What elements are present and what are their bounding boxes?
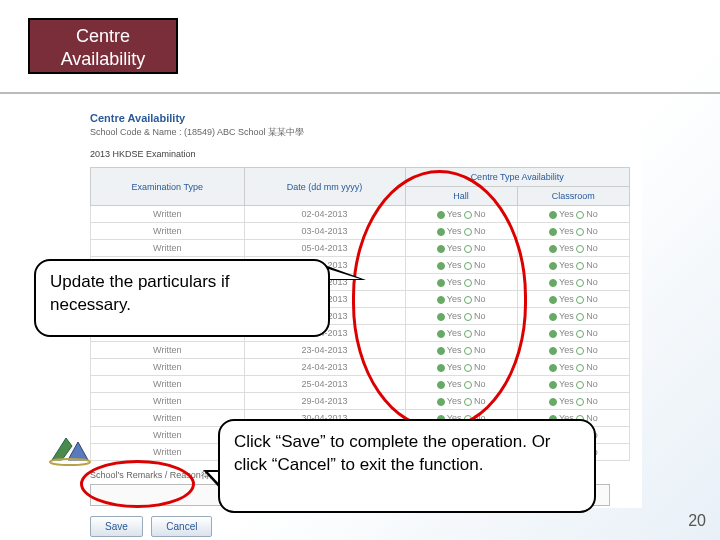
radio-no-icon[interactable] xyxy=(464,279,472,287)
cell-classroom[interactable]: Yes No xyxy=(517,393,629,410)
radio-no-icon[interactable] xyxy=(576,364,584,372)
table-row: Written05-04-2013Yes NoYes No xyxy=(91,240,630,257)
radio-no-icon[interactable] xyxy=(464,330,472,338)
cell-classroom[interactable]: Yes No xyxy=(517,359,629,376)
cell-hall[interactable]: Yes No xyxy=(405,359,517,376)
radio-no-icon[interactable] xyxy=(464,296,472,304)
cell-date: 23-04-2013 xyxy=(244,342,405,359)
radio-no-icon[interactable] xyxy=(464,398,472,406)
radio-no-icon[interactable] xyxy=(576,381,584,389)
radio-no-icon[interactable] xyxy=(576,245,584,253)
radio-no-icon[interactable] xyxy=(576,398,584,406)
cell-classroom[interactable]: Yes No xyxy=(517,308,629,325)
radio-yes-icon[interactable] xyxy=(437,279,445,287)
cell-hall[interactable]: Yes No xyxy=(405,291,517,308)
radio-no-icon[interactable] xyxy=(464,347,472,355)
cell-classroom[interactable]: Yes No xyxy=(517,325,629,342)
cell-classroom[interactable]: Yes No xyxy=(517,223,629,240)
callout-update-text: Update the particulars if necessary. xyxy=(50,272,230,314)
school-info: School Code & Name : (18549) ABC School … xyxy=(90,126,642,139)
ea-logo xyxy=(48,432,92,466)
radio-no-icon[interactable] xyxy=(464,313,472,321)
radio-yes-icon[interactable] xyxy=(437,245,445,253)
col-hall: Hall xyxy=(405,187,517,206)
radio-no-icon[interactable] xyxy=(576,296,584,304)
radio-no-icon[interactable] xyxy=(464,364,472,372)
cell-classroom[interactable]: Yes No xyxy=(517,291,629,308)
slide-title: Centre Availability xyxy=(61,26,146,69)
radio-yes-icon[interactable] xyxy=(549,347,557,355)
cell-classroom[interactable]: Yes No xyxy=(517,240,629,257)
radio-yes-icon[interactable] xyxy=(437,313,445,321)
col-classroom: Classroom xyxy=(517,187,629,206)
cell-classroom[interactable]: Yes No xyxy=(517,206,629,223)
table-row: Written23-04-2013Yes NoYes No xyxy=(91,342,630,359)
radio-yes-icon[interactable] xyxy=(437,330,445,338)
cell-hall[interactable]: Yes No xyxy=(405,223,517,240)
col-group: Centre Type Availability xyxy=(405,168,630,187)
radio-no-icon[interactable] xyxy=(576,330,584,338)
cell-classroom[interactable]: Yes No xyxy=(517,257,629,274)
slide-title-box: Centre Availability xyxy=(28,18,178,74)
radio-yes-icon[interactable] xyxy=(437,347,445,355)
cell-hall[interactable]: Yes No xyxy=(405,240,517,257)
cell-hall[interactable]: Yes No xyxy=(405,376,517,393)
callout-save: Click “Save” to complete the operation. … xyxy=(218,419,596,513)
col-date: Date (dd mm yyyy) xyxy=(244,168,405,206)
table-row: Written24-04-2013Yes NoYes No xyxy=(91,359,630,376)
cell-hall[interactable]: Yes No xyxy=(405,325,517,342)
cell-date: 24-04-2013 xyxy=(244,359,405,376)
radio-yes-icon[interactable] xyxy=(437,228,445,236)
cell-date: 03-04-2013 xyxy=(244,223,405,240)
title-underline xyxy=(0,92,720,94)
radio-no-icon[interactable] xyxy=(576,211,584,219)
cell-classroom[interactable]: Yes No xyxy=(517,274,629,291)
cell-date: 25-04-2013 xyxy=(244,376,405,393)
cell-classroom[interactable]: Yes No xyxy=(517,376,629,393)
radio-no-icon[interactable] xyxy=(576,279,584,287)
radio-yes-icon[interactable] xyxy=(437,398,445,406)
radio-yes-icon[interactable] xyxy=(437,364,445,372)
cell-classroom[interactable]: Yes No xyxy=(517,342,629,359)
cell-hall[interactable]: Yes No xyxy=(405,393,517,410)
radio-yes-icon[interactable] xyxy=(437,296,445,304)
radio-no-icon[interactable] xyxy=(464,245,472,253)
cell-hall[interactable]: Yes No xyxy=(405,206,517,223)
radio-yes-icon[interactable] xyxy=(437,211,445,219)
radio-no-icon[interactable] xyxy=(464,228,472,236)
radio-yes-icon[interactable] xyxy=(549,398,557,406)
radio-yes-icon[interactable] xyxy=(549,211,557,219)
radio-yes-icon[interactable] xyxy=(549,330,557,338)
radio-no-icon[interactable] xyxy=(464,262,472,270)
callout-update: Update the particulars if necessary. xyxy=(34,259,330,337)
cell-date: 05-04-2013 xyxy=(244,240,405,257)
cell-type: Written xyxy=(91,240,245,257)
radio-yes-icon[interactable] xyxy=(437,381,445,389)
radio-yes-icon[interactable] xyxy=(549,245,557,253)
radio-no-icon[interactable] xyxy=(576,262,584,270)
radio-yes-icon[interactable] xyxy=(549,364,557,372)
radio-no-icon[interactable] xyxy=(464,211,472,219)
cell-hall[interactable]: Yes No xyxy=(405,342,517,359)
table-row: Written29-04-2013Yes NoYes No xyxy=(91,393,630,410)
cell-hall[interactable]: Yes No xyxy=(405,257,517,274)
radio-yes-icon[interactable] xyxy=(549,381,557,389)
radio-no-icon[interactable] xyxy=(464,381,472,389)
save-button[interactable]: Save xyxy=(90,516,143,537)
radio-yes-icon[interactable] xyxy=(549,262,557,270)
radio-no-icon[interactable] xyxy=(576,347,584,355)
callout-save-text: Click “Save” to complete the operation. … xyxy=(234,432,551,474)
cell-date: 02-04-2013 xyxy=(244,206,405,223)
radio-yes-icon[interactable] xyxy=(549,313,557,321)
radio-no-icon[interactable] xyxy=(576,228,584,236)
cancel-button[interactable]: Cancel xyxy=(151,516,212,537)
radio-yes-icon[interactable] xyxy=(437,262,445,270)
cell-hall[interactable]: Yes No xyxy=(405,274,517,291)
radio-yes-icon[interactable] xyxy=(549,296,557,304)
cell-type: Written xyxy=(91,342,245,359)
radio-no-icon[interactable] xyxy=(576,313,584,321)
cell-hall[interactable]: Yes No xyxy=(405,308,517,325)
cell-type: Written xyxy=(91,376,245,393)
radio-yes-icon[interactable] xyxy=(549,279,557,287)
radio-yes-icon[interactable] xyxy=(549,228,557,236)
